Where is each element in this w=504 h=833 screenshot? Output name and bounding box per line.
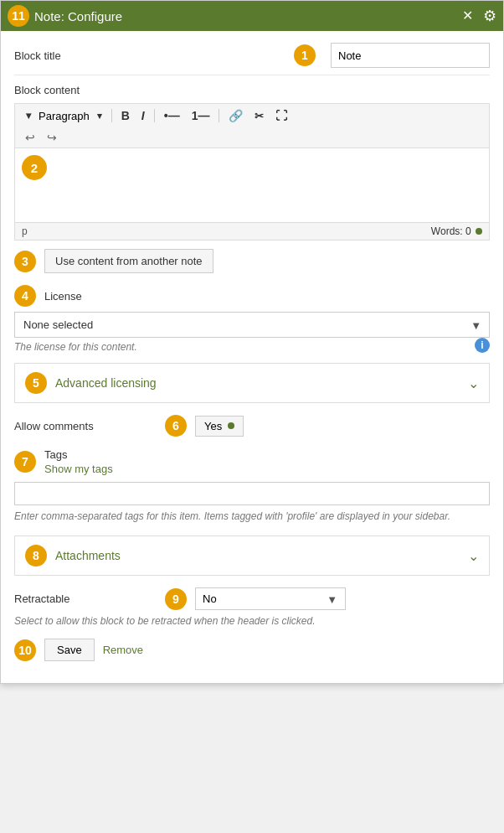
use-content-badge: 3 (14, 251, 36, 272)
toolbar-image-btn[interactable]: ⛶ (271, 107, 291, 124)
words-count: Words: 0 (431, 225, 482, 237)
actions-row: 10 Save Remove (14, 639, 490, 661)
tags-input[interactable] (14, 482, 490, 505)
attachments-badge: 8 (25, 545, 47, 567)
close-button[interactable]: ✕ (459, 8, 476, 24)
license-help: The license for this content. (14, 341, 137, 353)
toolbar-divider-1 (111, 109, 112, 122)
toolbar-chevron[interactable]: ▾ (22, 108, 35, 123)
license-info-icon[interactable]: i (475, 338, 490, 353)
retractable-label: Retractable (14, 592, 165, 605)
license-select-wrapper: None selected CC BY CC BY-SA CC BY-ND CC… (14, 312, 490, 338)
show-tags-link[interactable]: Show my tags (44, 463, 113, 475)
attachments-header[interactable]: 8 Attachments ⌄ (15, 536, 489, 575)
tags-section: 7 Tags Show my tags Enter comma-separate… (14, 448, 490, 524)
retractable-badge: 9 (165, 588, 187, 610)
tags-content: Tags Show my tags (44, 448, 113, 475)
attachments-label: Attachments (55, 549, 121, 562)
license-section: 4 License None selected CC BY CC BY-SA C… (14, 285, 490, 353)
green-dot-icon (476, 228, 482, 235)
block-title-badge: 1 (294, 44, 316, 66)
allow-comments-row: Allow comments 6 Yes (14, 415, 490, 437)
actions-badge: 10 (14, 639, 36, 661)
allow-comments-indicator (228, 422, 234, 429)
block-content-label: Block content (14, 84, 80, 96)
allow-comments-yes-label: Yes (204, 420, 222, 432)
save-button[interactable]: Save (44, 639, 95, 661)
toolbar-divider-2 (154, 109, 155, 122)
advanced-licensing-label: Advanced licensing (55, 376, 157, 390)
configure-window: 11 Note: Configure ✕ ⚙ Block title 1 Blo… (0, 0, 504, 684)
retractable-help: Select to allow this block to be retract… (14, 615, 490, 627)
editor-tag: p (22, 225, 28, 237)
retractable-select-wrapper: No Yes ▼ (195, 587, 346, 610)
window-title: Note: Configure (34, 9, 122, 23)
allow-comments-label: Allow comments (14, 420, 165, 432)
license-select[interactable]: None selected CC BY CC BY-SA CC BY-ND CC… (14, 312, 490, 338)
undo-button[interactable]: ↩ (22, 130, 39, 145)
editor-undo-row: ↩ ↪ (14, 127, 490, 147)
license-info-row: The license for this content. i (14, 338, 490, 353)
block-title-row: Block title 1 (14, 43, 490, 68)
toolbar-unlink-btn[interactable]: ✂ (250, 108, 268, 124)
block-title-input[interactable] (331, 43, 490, 68)
advanced-licensing-badge: 5 (25, 372, 47, 394)
title-bar: 11 Note: Configure ✕ ⚙ (1, 1, 503, 31)
attachments-chevron: ⌄ (468, 548, 479, 564)
toolbar-ol-btn[interactable]: 1— (188, 107, 214, 124)
editor-toolbar: ▾ Paragraph ▾ B I •— 1— 🔗 ✂ ⛶ (14, 103, 490, 127)
remove-button[interactable]: Remove (103, 644, 143, 656)
toolbar-ul-btn[interactable]: •— (160, 107, 184, 124)
content-area: Block title 1 Block content ▾ Paragraph … (1, 31, 503, 683)
toolbar-link-btn[interactable]: 🔗 (224, 107, 247, 124)
block-content-section: Block content ▾ Paragraph ▾ B I •— 1— 🔗 … (14, 84, 490, 241)
tags-badge: 7 (14, 451, 36, 473)
paragraph-label: Paragraph (39, 110, 90, 122)
separator-1 (14, 75, 490, 75)
tags-label: Tags (44, 448, 113, 461)
allow-comments-yes-button[interactable]: Yes (195, 416, 244, 437)
block-content-label-row: Block content (14, 84, 490, 96)
license-label-row: 4 License (14, 285, 490, 307)
window-badge: 11 (8, 5, 29, 27)
use-content-button[interactable]: Use content from another note (44, 249, 213, 273)
title-bar-left: 11 Note: Configure (8, 5, 122, 27)
use-content-row: 3 Use content from another note (14, 249, 490, 273)
advanced-licensing-chevron: ⌄ (468, 375, 479, 391)
editor-badge: 2 (22, 155, 47, 180)
license-badge: 4 (14, 285, 36, 307)
editor-status-bar: p Words: 0 (14, 223, 490, 241)
attachments-section: 8 Attachments ⌄ (14, 536, 490, 576)
block-title-label: Block title (14, 49, 61, 62)
gear-icon[interactable]: ⚙ (483, 7, 496, 25)
editor-body[interactable]: 2 (14, 147, 490, 223)
tags-label-row: 7 Tags Show my tags (14, 448, 490, 475)
advanced-licensing-section: 5 Advanced licensing ⌄ (14, 363, 490, 403)
toolbar-paragraph-dropdown[interactable]: ▾ (93, 109, 106, 123)
allow-comments-badge: 6 (165, 415, 187, 437)
retractable-select[interactable]: No Yes (195, 587, 346, 610)
toolbar-bold-btn[interactable]: B (117, 107, 134, 124)
license-label: License (44, 290, 82, 303)
advanced-licensing-header[interactable]: 5 Advanced licensing ⌄ (15, 364, 489, 402)
redo-button[interactable]: ↪ (44, 130, 60, 145)
toolbar-italic-btn[interactable]: I (137, 107, 149, 124)
title-bar-right: ✕ ⚙ (459, 7, 496, 25)
toolbar-divider-3 (219, 109, 219, 122)
tags-help: Enter comma-separated tags for this item… (14, 509, 490, 524)
retractable-section: Retractable 9 No Yes ▼ Select to allow t… (14, 587, 490, 627)
retractable-row: Retractable 9 No Yes ▼ (14, 587, 490, 610)
